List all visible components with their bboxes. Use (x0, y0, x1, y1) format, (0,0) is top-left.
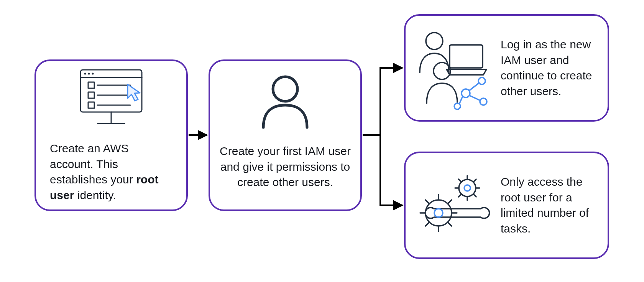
svg-point-15 (426, 33, 443, 49)
monitor-checklist-icon (36, 61, 186, 134)
step-root-limited-text: Only access the root user for a limited … (493, 174, 601, 236)
svg-line-23 (470, 96, 480, 101)
svg-line-32 (426, 222, 429, 226)
svg-line-39 (458, 179, 461, 182)
step-root-limited: Only access the root user for a limited … (404, 152, 609, 259)
svg-point-43 (434, 209, 443, 217)
svg-point-14 (273, 77, 297, 101)
step-login-new-user-text: Log in as the new IAM user and continue … (493, 37, 601, 99)
svg-line-42 (473, 194, 476, 197)
svg-rect-9 (88, 102, 94, 108)
gears-wrench-icon (412, 167, 493, 244)
svg-point-4 (92, 73, 94, 74)
svg-line-40 (473, 179, 476, 182)
step-login-new-user: Log in as the new IAM user and continue … (404, 14, 609, 122)
svg-line-30 (426, 200, 429, 204)
svg-point-3 (88, 73, 90, 74)
step-create-aws-account: Create an AWS account. This establishes … (34, 59, 188, 211)
svg-line-22 (469, 83, 479, 91)
svg-rect-7 (88, 92, 94, 98)
svg-line-24 (459, 96, 463, 104)
step-create-iam-user: Create your first IAM user and give it p… (209, 59, 362, 211)
svg-line-33 (448, 222, 452, 226)
svg-rect-5 (88, 82, 94, 88)
users-laptop-network-icon (412, 26, 493, 110)
svg-point-20 (480, 98, 487, 105)
svg-line-31 (448, 200, 452, 204)
svg-point-44 (464, 185, 470, 191)
step-create-iam-user-text: Create your first IAM user and give it p… (210, 140, 360, 190)
svg-point-2 (84, 73, 86, 74)
person-icon (210, 61, 360, 140)
svg-line-41 (458, 194, 461, 197)
svg-rect-16 (450, 45, 483, 68)
step-create-aws-account-text: Create an AWS account. This establishes … (36, 134, 186, 203)
svg-marker-13 (128, 84, 140, 101)
